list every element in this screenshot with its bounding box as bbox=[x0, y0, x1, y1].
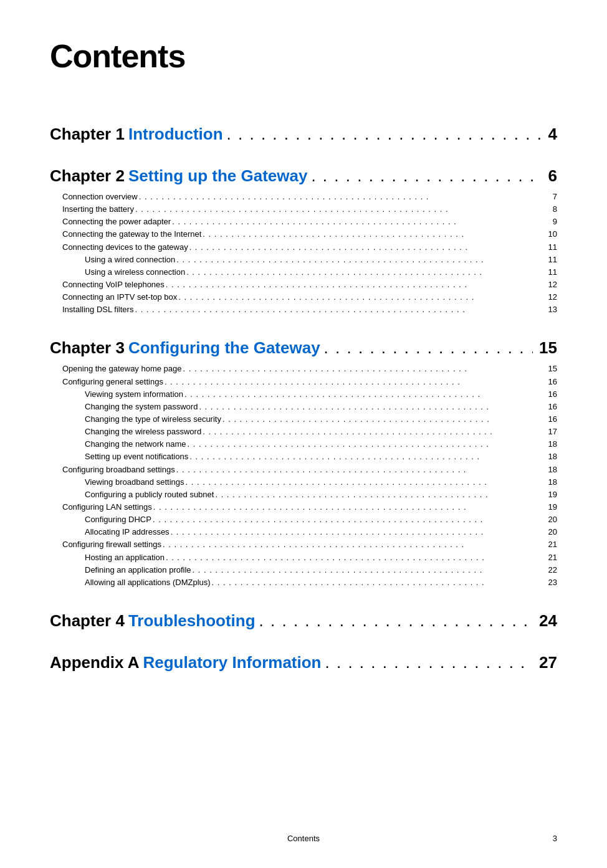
chapter-heading-ch4: Chapter 4Troubleshooting. . . . . . . . … bbox=[50, 611, 557, 631]
toc-entry: Configuring general settings. . . . . . … bbox=[62, 376, 557, 388]
toc-entry-label: Hosting an application bbox=[85, 551, 165, 564]
toc-entry-pagenum: 18 bbox=[548, 464, 557, 476]
toc-entry-dots: . . . . . . . . . . . . . . . . . . . . … bbox=[186, 476, 547, 489]
appendix-section: Appendix ARegulatory Information. . . . … bbox=[50, 653, 557, 672]
toc-entry-pagenum: 8 bbox=[553, 203, 557, 216]
toc-entry-label: Connecting VoIP telephones bbox=[62, 279, 165, 291]
chapter-link-ch4[interactable]: Troubleshooting bbox=[128, 611, 256, 631]
toc-entry: Changing the system password. . . . . . … bbox=[85, 401, 557, 413]
toc-entry-label: Connecting the gateway to the Internet bbox=[62, 228, 201, 241]
toc-entry-dots: . . . . . . . . . . . . . . . . . . . . … bbox=[203, 426, 547, 438]
toc-entry-label: Connecting the power adapter bbox=[62, 216, 171, 228]
toc-entry: Using a wireless connection. . . . . . .… bbox=[85, 266, 557, 279]
toc-entry-pagenum: 7 bbox=[553, 191, 557, 203]
toc-entry-dots: . . . . . . . . . . . . . . . . . . . . … bbox=[184, 388, 547, 401]
toc-entry-dots: . . . . . . . . . . . . . . . . . . . . … bbox=[203, 228, 547, 241]
chapter-section-ch3: Chapter 3Configuring the Gateway. . . . … bbox=[50, 338, 557, 589]
appendix-label: Appendix A bbox=[50, 653, 139, 672]
toc-entry-pagenum: 20 bbox=[548, 513, 557, 526]
appendix-dots: . . . . . . . . . . . . . . . . . . bbox=[325, 653, 533, 672]
toc-entry-dots: . . . . . . . . . . . . . . . . . . . . … bbox=[183, 363, 547, 375]
chapter-heading-ch3: Chapter 3Configuring the Gateway. . . . … bbox=[50, 338, 557, 358]
toc-entry-dots: . . . . . . . . . . . . . . . . . . . . … bbox=[222, 413, 547, 426]
toc-entry: Changing the wireless password. . . . . … bbox=[85, 426, 557, 438]
toc-entry: Viewing system information. . . . . . . … bbox=[85, 388, 557, 401]
chapter-pagenum-ch4: 24 bbox=[539, 611, 557, 631]
chapter-heading-ch1: Chapter 1Introduction. . . . . . . . . .… bbox=[50, 125, 557, 144]
toc-entry-dots: . . . . . . . . . . . . . . . . . . . . … bbox=[178, 291, 547, 303]
chapter-pagenum-ch3: 15 bbox=[539, 338, 557, 358]
toc-entry-pagenum: 23 bbox=[548, 576, 557, 589]
toc-entry-dots: . . . . . . . . . . . . . . . . . . . . … bbox=[176, 254, 547, 266]
toc-entry-label: Connection overview bbox=[62, 191, 138, 203]
toc-entry: Viewing broadband settings. . . . . . . … bbox=[85, 476, 557, 489]
toc-entry-pagenum: 20 bbox=[548, 526, 557, 538]
toc-entry: Configuring firewall settings. . . . . .… bbox=[62, 538, 557, 551]
toc-entry: Configuring DHCP. . . . . . . . . . . . … bbox=[85, 513, 557, 526]
chapter-dots-ch1: . . . . . . . . . . . . . . . . . . . . … bbox=[227, 125, 542, 144]
toc-entry-label: Configuring broadband settings bbox=[62, 464, 175, 476]
toc-entry-label: Inserting the battery bbox=[62, 203, 134, 216]
toc-entry-dots: . . . . . . . . . . . . . . . . . . . . … bbox=[171, 526, 547, 538]
toc-entry: Allocating IP addresses. . . . . . . . .… bbox=[85, 526, 557, 538]
toc-entry: Opening the gateway home page. . . . . .… bbox=[62, 363, 557, 375]
chapter-section-ch2: Chapter 2Setting up the Gateway. . . . .… bbox=[50, 166, 557, 316]
chapter-label-ch1: Chapter 1 bbox=[50, 125, 125, 144]
toc-entry: Defining an application profile. . . . .… bbox=[85, 564, 557, 576]
toc-entry-pagenum: 21 bbox=[548, 551, 557, 564]
toc-entry-dots: . . . . . . . . . . . . . . . . . . . . … bbox=[172, 216, 552, 228]
toc-entry: Configuring LAN settings. . . . . . . . … bbox=[62, 501, 557, 513]
toc-entry-pagenum: 22 bbox=[548, 564, 557, 576]
toc-entry: Allowing all applications (DMZplus). . .… bbox=[85, 576, 557, 589]
toc-entry-pagenum: 11 bbox=[548, 266, 557, 279]
toc-entry-label: Configuring general settings bbox=[62, 376, 163, 388]
toc-entry-dots: . . . . . . . . . . . . . . . . . . . . … bbox=[135, 203, 552, 216]
chapter-link-ch1[interactable]: Introduction bbox=[128, 125, 223, 144]
chapter-link-ch3[interactable]: Configuring the Gateway bbox=[128, 338, 320, 358]
toc-entry-pagenum: 12 bbox=[548, 291, 557, 303]
toc-entry-pagenum: 11 bbox=[548, 241, 557, 254]
toc-entries-ch3: Opening the gateway home page. . . . . .… bbox=[62, 363, 557, 589]
toc-entry-pagenum: 16 bbox=[548, 401, 557, 413]
page-title: Contents bbox=[50, 37, 557, 75]
chapter-section-ch4: Chapter 4Troubleshooting. . . . . . . . … bbox=[50, 611, 557, 631]
footer: Contents 3 bbox=[0, 834, 607, 843]
toc-entry-dots: . . . . . . . . . . . . . . . . . . . . … bbox=[153, 501, 547, 513]
toc-entry-dots: . . . . . . . . . . . . . . . . . . . . … bbox=[188, 438, 547, 451]
toc-entry-label: Configuring LAN settings bbox=[62, 501, 152, 513]
toc-entry-pagenum: 19 bbox=[548, 489, 557, 501]
chapter-link-ch2[interactable]: Setting up the Gateway bbox=[128, 166, 308, 186]
toc-entry-dots: . . . . . . . . . . . . . . . . . . . . … bbox=[135, 303, 547, 316]
appendix-link[interactable]: Regulatory Information bbox=[143, 653, 321, 672]
toc-entry-pagenum: 10 bbox=[548, 228, 557, 241]
toc-entry-dots: . . . . . . . . . . . . . . . . . . . . … bbox=[153, 513, 547, 526]
toc-entry: Connection overview. . . . . . . . . . .… bbox=[62, 191, 557, 203]
toc-entry-label: Configuring a publicly routed subnet bbox=[85, 489, 214, 501]
toc-entry-pagenum: 9 bbox=[553, 216, 557, 228]
toc-entry: Configuring a publicly routed subnet. . … bbox=[85, 489, 557, 501]
toc-entry-pagenum: 12 bbox=[548, 279, 557, 291]
footer-label: Contents bbox=[50, 834, 557, 843]
toc-entry-label: Viewing system information bbox=[85, 388, 183, 401]
toc-entry-dots: . . . . . . . . . . . . . . . . . . . . … bbox=[166, 551, 547, 564]
toc-entry-dots: . . . . . . . . . . . . . . . . . . . . … bbox=[165, 376, 547, 388]
chapter-dots-ch4: . . . . . . . . . . . . . . . . . . . . … bbox=[259, 611, 533, 631]
toc-entry-label: Changing the system password bbox=[85, 401, 198, 413]
toc-entry-dots: . . . . . . . . . . . . . . . . . . . . … bbox=[189, 451, 547, 463]
chapter-label-ch2: Chapter 2 bbox=[50, 166, 125, 186]
toc-entry-pagenum: 16 bbox=[548, 413, 557, 426]
toc-entry: Connecting an IPTV set-top box. . . . . … bbox=[62, 291, 557, 303]
chapter-heading-ch2: Chapter 2Setting up the Gateway. . . . .… bbox=[50, 166, 557, 186]
chapter-pagenum-ch1: 4 bbox=[548, 125, 557, 144]
chapter-dots-ch3: . . . . . . . . . . . . . . . . . . . bbox=[324, 338, 533, 358]
toc-entry: Using a wired connection. . . . . . . . … bbox=[85, 254, 557, 266]
toc-entry-label: Viewing broadband settings bbox=[85, 476, 184, 489]
toc-entry-dots: . . . . . . . . . . . . . . . . . . . . … bbox=[199, 401, 547, 413]
toc-entry-label: Changing the network name bbox=[85, 438, 186, 451]
toc-entry-dots: . . . . . . . . . . . . . . . . . . . . … bbox=[212, 576, 547, 589]
toc-entry-pagenum: 18 bbox=[548, 476, 557, 489]
toc-entry-pagenum: 18 bbox=[548, 451, 557, 463]
toc-entry-pagenum: 16 bbox=[548, 388, 557, 401]
toc-entries-ch2: Connection overview. . . . . . . . . . .… bbox=[62, 191, 557, 316]
toc-entry-pagenum: 15 bbox=[548, 363, 557, 375]
